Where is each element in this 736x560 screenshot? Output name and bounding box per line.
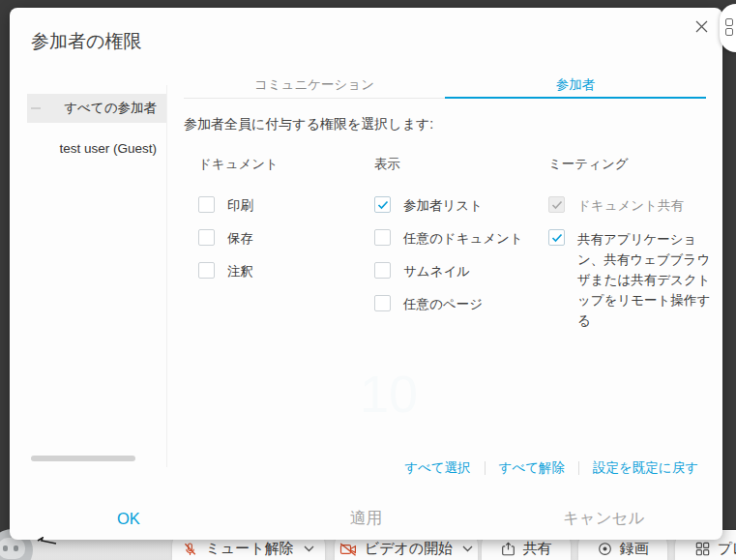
tab-participants[interactable]: 参加者 bbox=[445, 74, 706, 99]
group-title: ミーティング bbox=[548, 156, 711, 173]
permission-group-view: 表示 参加者リスト 任意のドキュメント サムネイル 任意のページ bbox=[374, 156, 523, 328]
checkbox-box bbox=[548, 196, 565, 213]
close-button[interactable] bbox=[690, 15, 713, 38]
checkbox-save[interactable]: 保存 bbox=[198, 229, 279, 248]
select-all-link[interactable]: すべて選択 bbox=[404, 459, 470, 477]
selected-item-dash bbox=[31, 107, 41, 109]
unmute-label: ミュート解除 bbox=[205, 540, 293, 558]
check-icon bbox=[377, 200, 389, 210]
floating-panel-edge[interactable] bbox=[720, 4, 736, 52]
reset-defaults-link[interactable]: 設定を既定に戻す bbox=[593, 459, 698, 477]
group-title: ドキュメント bbox=[198, 156, 279, 173]
checkbox-box[interactable] bbox=[374, 295, 391, 311]
checkbox-box[interactable] bbox=[374, 196, 391, 213]
record-icon bbox=[598, 542, 612, 556]
check-icon bbox=[551, 233, 563, 243]
mouse-cursor bbox=[37, 537, 58, 548]
apply-button[interactable]: 適用 bbox=[248, 508, 486, 529]
sidebar-item-test-user[interactable]: test user (Guest) bbox=[27, 135, 166, 162]
layout-grid-icon bbox=[695, 542, 710, 556]
record-label: 録画 bbox=[620, 540, 649, 558]
checkbox-box[interactable] bbox=[198, 196, 215, 213]
avatar-eye bbox=[3, 545, 8, 551]
link-separator bbox=[485, 461, 486, 475]
watermark: 10 bbox=[360, 364, 418, 424]
screen: ミュート解除 ビデオの開始 共有 録画 プレ bbox=[0, 0, 736, 560]
checkbox-participant-list[interactable]: 参加者リスト bbox=[374, 196, 523, 215]
avatar-eye bbox=[14, 545, 18, 551]
check-icon bbox=[551, 200, 563, 210]
share-icon bbox=[501, 542, 515, 556]
video-muted-icon bbox=[339, 543, 357, 556]
checkbox-remote-control[interactable]: 共有アプリケーション、共有ウェブブラウザまたは共有デスクトップをリモート操作する bbox=[548, 229, 711, 331]
instruction-text: 参加者全員に付与する権限を選択します: bbox=[184, 116, 433, 133]
chevron-down-icon[interactable] bbox=[462, 545, 473, 552]
bulk-links: すべて選択 すべて解除 設定を既定に戻す bbox=[404, 459, 698, 477]
checkbox-document-share: ドキュメント共有 bbox=[548, 196, 711, 215]
layout-label: プレ bbox=[718, 540, 736, 558]
checkbox-box[interactable] bbox=[374, 229, 391, 246]
checkbox-box[interactable] bbox=[374, 262, 391, 279]
sidebar-divider bbox=[166, 85, 167, 467]
permission-group-meeting: ミーティング ドキュメント共有 共有アプリケーション、共有ウェブブラウザまたは共… bbox=[548, 156, 711, 342]
cancel-button[interactable]: キャンセル bbox=[485, 508, 722, 529]
close-icon bbox=[695, 20, 708, 33]
participants-count-icon bbox=[725, 28, 733, 36]
start-video-label: ビデオの開始 bbox=[365, 540, 453, 558]
dialog-footer: OK 適用 キャンセル bbox=[10, 499, 722, 538]
ok-button[interactable]: OK bbox=[10, 510, 248, 528]
group-title: 表示 bbox=[374, 156, 523, 173]
checkbox-box[interactable] bbox=[198, 262, 215, 279]
permission-group-document: ドキュメント 印刷 保存 注釈 bbox=[198, 156, 279, 295]
participants-count-icon bbox=[725, 18, 733, 26]
sidebar-item-all-participants[interactable]: すべての参加者 bbox=[27, 94, 166, 123]
mic-muted-icon bbox=[183, 542, 197, 557]
checkbox-box[interactable] bbox=[548, 229, 565, 246]
checkbox-annotate[interactable]: 注釈 bbox=[198, 262, 279, 280]
participant-privileges-dialog: 参加者の権限 すべての参加者 test user (Guest) コミュニケーシ… bbox=[10, 8, 722, 540]
share-label: 共有 bbox=[523, 540, 552, 558]
dialog-title: 参加者の権限 bbox=[31, 29, 141, 54]
tab-bar: コミュニケーション 参加者 bbox=[184, 74, 706, 99]
chevron-down-icon[interactable] bbox=[304, 545, 314, 552]
checkbox-any-document[interactable]: 任意のドキュメント bbox=[374, 229, 523, 248]
link-separator bbox=[578, 461, 579, 475]
sidebar-horizontal-scrollbar[interactable] bbox=[31, 456, 135, 461]
clear-all-link[interactable]: すべて解除 bbox=[499, 459, 565, 477]
checkbox-print[interactable]: 印刷 bbox=[198, 196, 279, 215]
checkbox-thumbnails[interactable]: サムネイル bbox=[374, 262, 523, 280]
checkbox-box[interactable] bbox=[198, 229, 215, 246]
tab-communications[interactable]: コミュニケーション bbox=[184, 74, 445, 99]
checkbox-any-page[interactable]: 任意のページ bbox=[374, 295, 523, 313]
